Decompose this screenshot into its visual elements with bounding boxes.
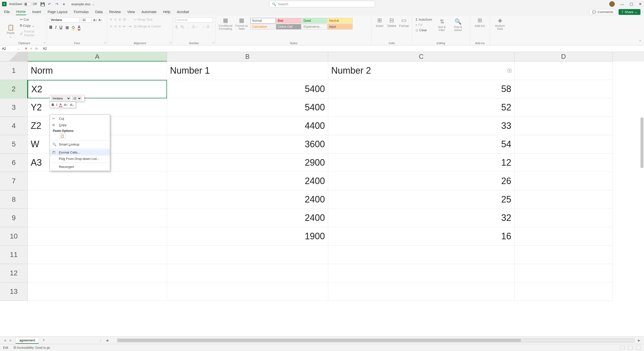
row-header[interactable]: 8: [0, 190, 28, 209]
cell-B9[interactable]: 2400: [167, 209, 328, 227]
dialog-launcher-icon[interactable]: ⤢: [44, 41, 46, 44]
cell-C13[interactable]: [328, 282, 515, 301]
cell-D9[interactable]: [515, 209, 613, 227]
cell-D6[interactable]: [515, 154, 613, 172]
cm-reconvert[interactable]: Reconvert: [50, 164, 110, 170]
style-bad[interactable]: Bad: [276, 18, 301, 23]
qat-dropdown-icon[interactable]: ▾: [63, 2, 67, 6]
mini-font-color-button[interactable]: A: [59, 103, 62, 107]
find-select-button[interactable]: 🔍Find & Select: [451, 18, 465, 32]
row-header[interactable]: 11: [0, 246, 28, 264]
sheet-tab-agreement[interactable]: agreement: [16, 337, 39, 344]
cell-C2[interactable]: 58: [328, 80, 515, 98]
bold-button[interactable]: B: [49, 25, 52, 30]
row-header[interactable]: 9: [0, 209, 28, 227]
dialog-launcher-icon[interactable]: ⤢: [212, 41, 214, 44]
row-header[interactable]: 6: [0, 154, 28, 172]
mini-size-select[interactable]: 12: [72, 96, 82, 101]
filter-dropdown-icon[interactable]: ▾: [508, 69, 511, 72]
page-layout-view-icon[interactable]: [628, 346, 633, 350]
cell-B5[interactable]: 3600: [167, 135, 328, 154]
align-middle-icon[interactable]: ≡: [114, 17, 116, 22]
style-check[interactable]: Check Cell: [276, 24, 301, 30]
accessibility-status[interactable]: ⦿ Accessibility: Good to go: [13, 346, 50, 349]
cell-B13[interactable]: [167, 282, 328, 301]
cell-A7[interactable]: [28, 172, 167, 190]
cell-C7[interactable]: 26: [328, 172, 515, 190]
percent-icon[interactable]: %: [181, 25, 184, 29]
cell-B11[interactable]: [167, 246, 328, 264]
mini-dec-font-icon[interactable]: A↓: [70, 103, 74, 107]
format-painter-button[interactable]: 🖌Format Painter: [19, 29, 44, 38]
align-right-icon[interactable]: ≡: [119, 24, 121, 29]
currency-icon[interactable]: $: [175, 25, 178, 29]
mini-bold-button[interactable]: B: [51, 103, 54, 107]
collapse-ribbon-icon[interactable]: ⌃: [639, 40, 641, 44]
cell-A9[interactable]: [28, 209, 167, 227]
autosum-button[interactable]: ΣAutoSum: [415, 17, 433, 22]
cell-B8[interactable]: 2400: [167, 190, 328, 209]
font-name-select[interactable]: [49, 17, 80, 23]
tab-data[interactable]: Data: [95, 9, 103, 15]
align-top-icon[interactable]: ≡: [110, 17, 112, 22]
dialog-launcher-icon[interactable]: ⤢: [170, 41, 172, 44]
cell-D4[interactable]: [515, 117, 613, 135]
sort-filter-button[interactable]: ⇅Sort & Filter: [435, 18, 449, 32]
cell-C10[interactable]: 16: [328, 227, 515, 246]
dialog-launcher-icon[interactable]: ⤢: [104, 41, 106, 44]
redo-icon[interactable]: ↷: [55, 2, 59, 6]
font-color-button[interactable]: A: [78, 25, 81, 30]
cell-D13[interactable]: [515, 282, 613, 301]
cut-button[interactable]: ✂Cut: [19, 17, 44, 22]
cell-D12[interactable]: [515, 264, 613, 282]
formula-input[interactable]: X2: [40, 47, 49, 50]
tab-view[interactable]: View: [127, 9, 135, 15]
row-header[interactable]: 3: [0, 98, 28, 117]
mini-italic-button[interactable]: I: [56, 103, 58, 107]
number-format-select[interactable]: [175, 17, 213, 23]
cell-A1[interactable]: Norm: [28, 62, 167, 80]
row-header[interactable]: 5: [0, 135, 28, 154]
row-header[interactable]: 2: [0, 80, 28, 98]
indent-inc-icon[interactable]: ⇥: [128, 24, 131, 29]
cancel-icon[interactable]: ✕: [25, 47, 27, 50]
cell-A13[interactable]: [28, 282, 167, 301]
addins-button[interactable]: ⊞Add-ins: [472, 17, 487, 28]
cell-B12[interactable]: [167, 264, 328, 282]
row-header[interactable]: 4: [0, 117, 28, 135]
vertical-scrollbar[interactable]: [640, 118, 643, 168]
style-neutral[interactable]: Neutral: [327, 18, 353, 23]
cell-C4[interactable]: 33: [328, 117, 515, 135]
row-header[interactable]: 13: [0, 282, 28, 301]
cell-C1[interactable]: Number 2▾: [328, 62, 515, 80]
cell-A11[interactable]: [28, 246, 167, 264]
minimize-icon[interactable]: —: [620, 2, 624, 6]
cell-C9[interactable]: 32: [328, 209, 515, 227]
style-explan[interactable]: Explanatory...: [302, 24, 327, 30]
cell-C5[interactable]: 54: [328, 135, 515, 154]
name-box[interactable]: A2 ⌄: [0, 47, 22, 50]
cell-A3[interactable]: Y2: [28, 98, 167, 117]
fill-color-button[interactable]: ◇: [72, 25, 75, 30]
add-sheet-icon[interactable]: +: [42, 338, 45, 343]
tab-file[interactable]: File: [4, 9, 10, 15]
indent-dec-icon[interactable]: ⇤: [123, 24, 126, 29]
border-button[interactable]: ⊞: [65, 25, 69, 30]
search-input[interactable]: 🔍 Search: [269, 1, 375, 7]
style-good[interactable]: Good: [302, 18, 327, 23]
tab-home[interactable]: Home: [16, 9, 26, 15]
cm-smart-lookup[interactable]: 🔍Smart Lookup: [50, 141, 110, 148]
style-input[interactable]: Input: [327, 24, 353, 30]
inc-decimal-icon[interactable]: .0→: [191, 25, 199, 29]
comments-button[interactable]: 💬 Comments: [589, 9, 616, 15]
undo-icon[interactable]: ↶: [48, 2, 52, 6]
cm-copy[interactable]: ⧉Copy: [50, 122, 110, 128]
row-header[interactable]: 1: [0, 62, 28, 80]
orientation-icon[interactable]: ⟳: [123, 17, 126, 22]
cell-C3[interactable]: 52: [328, 98, 515, 117]
fill-button[interactable]: ▾Fill: [415, 22, 433, 27]
cell-A12[interactable]: [28, 264, 167, 282]
column-header-D[interactable]: D: [515, 52, 613, 62]
cell-B3[interactable]: 5400: [167, 98, 328, 117]
cell-B6[interactable]: 2900: [167, 154, 328, 172]
